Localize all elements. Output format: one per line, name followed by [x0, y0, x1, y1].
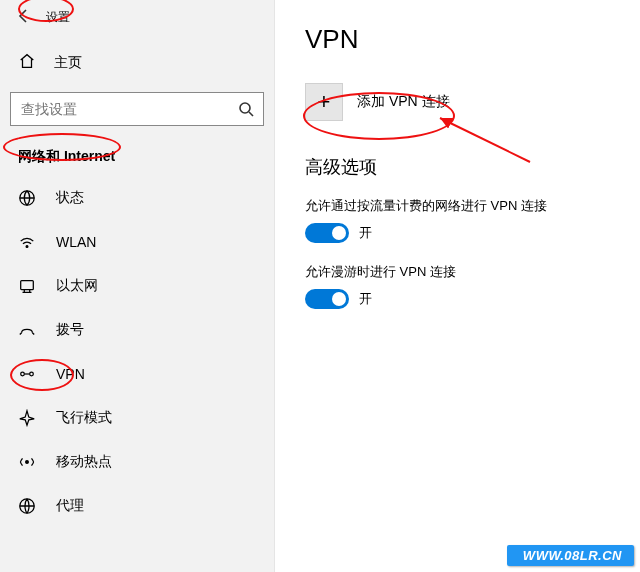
- page-title: VPN: [305, 24, 640, 55]
- add-vpn-label: 添加 VPN 连接: [357, 93, 450, 111]
- toggle-metered[interactable]: [305, 223, 349, 243]
- search-icon[interactable]: [229, 93, 263, 125]
- toggle-state: 开: [359, 290, 372, 308]
- home-icon: [18, 52, 36, 74]
- sidebar-item-label: 移动热点: [56, 453, 112, 471]
- airplane-icon: [18, 409, 36, 427]
- sidebar-item-ethernet[interactable]: 以太网: [0, 264, 274, 308]
- sidebar-item-label: VPN: [56, 366, 85, 382]
- option-metered: 允许通过按流量计费的网络进行 VPN 连接 开: [305, 197, 640, 243]
- svg-point-2: [26, 246, 28, 248]
- sidebar-item-label: 拨号: [56, 321, 84, 339]
- sidebar-item-vpn[interactable]: VPN: [0, 352, 274, 396]
- add-vpn-button[interactable]: + 添加 VPN 连接: [305, 83, 640, 121]
- main-content: VPN + 添加 VPN 连接 高级选项 允许通过按流量计费的网络进行 VPN …: [275, 0, 640, 572]
- sidebar-item-airplane[interactable]: 飞行模式: [0, 396, 274, 440]
- toggle-roaming[interactable]: [305, 289, 349, 309]
- sidebar-section-header: 网络和 Internet: [0, 134, 274, 176]
- globe-icon: [18, 189, 36, 207]
- option-label: 允许通过按流量计费的网络进行 VPN 连接: [305, 197, 640, 215]
- sidebar-item-label: WLAN: [56, 234, 96, 250]
- advanced-heading: 高级选项: [305, 155, 640, 179]
- search-box[interactable]: [10, 92, 264, 126]
- sidebar-item-hotspot[interactable]: 移动热点: [0, 440, 274, 484]
- sidebar-item-label: 以太网: [56, 277, 98, 295]
- search-container: [0, 84, 274, 134]
- sidebar-item-proxy[interactable]: 代理: [0, 484, 274, 528]
- settings-sidebar: 设置 主页 网络和 Internet 状态: [0, 0, 275, 572]
- svg-point-5: [30, 372, 34, 376]
- ethernet-icon: [18, 277, 36, 295]
- sidebar-nav-list: 状态 WLAN 以太网 拨号: [0, 176, 274, 528]
- sidebar-item-wlan[interactable]: WLAN: [0, 220, 274, 264]
- svg-point-6: [26, 461, 29, 464]
- search-input[interactable]: [11, 101, 229, 117]
- back-button[interactable]: [16, 8, 32, 27]
- nav-home[interactable]: 主页: [0, 42, 274, 84]
- toggle-state: 开: [359, 224, 372, 242]
- titlebar: 设置: [0, 0, 274, 32]
- nav-home-label: 主页: [54, 54, 82, 72]
- proxy-icon: [18, 497, 36, 515]
- plus-icon: +: [305, 83, 343, 121]
- vpn-icon: [18, 365, 36, 383]
- watermark: WWW.08LR.CN: [507, 545, 634, 566]
- svg-point-4: [21, 372, 25, 376]
- hotspot-icon: [18, 453, 36, 471]
- sidebar-item-label: 代理: [56, 497, 84, 515]
- svg-rect-3: [21, 281, 34, 290]
- sidebar-item-status[interactable]: 状态: [0, 176, 274, 220]
- sidebar-item-label: 状态: [56, 189, 84, 207]
- sidebar-item-dialup[interactable]: 拨号: [0, 308, 274, 352]
- wifi-icon: [18, 233, 36, 251]
- option-label: 允许漫游时进行 VPN 连接: [305, 263, 640, 281]
- dialup-icon: [18, 321, 36, 339]
- svg-point-0: [240, 103, 250, 113]
- sidebar-item-label: 飞行模式: [56, 409, 112, 427]
- option-roaming: 允许漫游时进行 VPN 连接 开: [305, 263, 640, 309]
- app-title: 设置: [46, 9, 70, 26]
